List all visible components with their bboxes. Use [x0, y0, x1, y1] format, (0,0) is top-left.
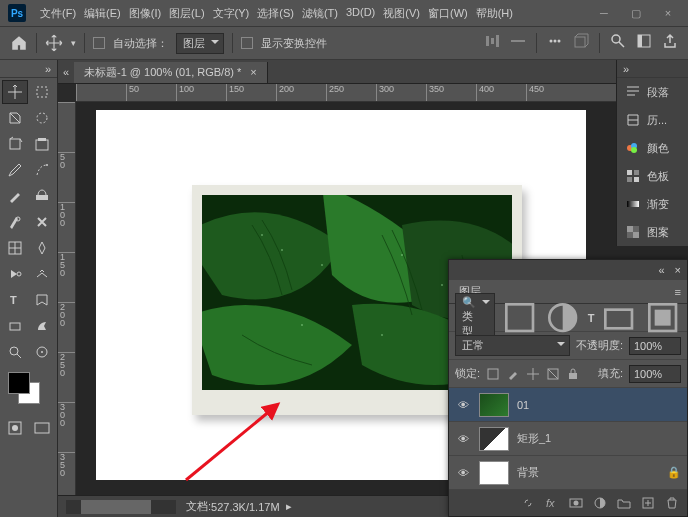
- fg-color[interactable]: [8, 372, 30, 394]
- history-brush-tool[interactable]: [2, 210, 28, 234]
- svg-rect-41: [627, 170, 632, 175]
- fill-input[interactable]: [629, 365, 681, 383]
- home-icon[interactable]: [10, 34, 28, 52]
- svg-rect-47: [627, 226, 633, 232]
- close-tab-icon[interactable]: ×: [250, 66, 256, 78]
- search-icon[interactable]: [610, 33, 626, 49]
- menu-帮助H[interactable]: 帮助(H): [474, 4, 515, 23]
- restore-button[interactable]: ▢: [624, 7, 648, 20]
- gradient-tool[interactable]: [2, 236, 28, 260]
- document-tab[interactable]: 未标题-1 @ 100% (01, RGB/8) * ×: [74, 62, 268, 83]
- show-transform-checkbox[interactable]: [241, 37, 253, 49]
- align-icon[interactable]: [484, 33, 500, 49]
- visibility-icon[interactable]: 👁: [455, 467, 471, 479]
- clone-tool[interactable]: [30, 184, 56, 208]
- menu-文字Y[interactable]: 文字(Y): [211, 4, 252, 23]
- status-chevron-icon[interactable]: ▸: [286, 500, 292, 513]
- rectangle-tool[interactable]: [2, 314, 28, 338]
- panel-close-icon[interactable]: ×: [675, 264, 681, 276]
- svg-point-16: [46, 164, 48, 166]
- menu-选择S[interactable]: 选择(S): [255, 4, 296, 23]
- menu-编辑E[interactable]: 编辑(E): [82, 4, 123, 23]
- panel-collapse-icon[interactable]: «: [658, 264, 664, 276]
- blend-mode-dropdown[interactable]: 正常: [455, 335, 570, 356]
- filter-pixel-icon[interactable]: [501, 299, 538, 336]
- color-swatches[interactable]: [4, 372, 53, 408]
- opacity-input[interactable]: [629, 337, 681, 355]
- collapse-icon[interactable]: »: [45, 63, 51, 75]
- collapse-right-icon[interactable]: »: [623, 63, 629, 75]
- menu-视图V[interactable]: 视图(V): [381, 4, 422, 23]
- screenmode-icon[interactable]: [30, 416, 56, 440]
- visibility-icon[interactable]: 👁: [455, 399, 471, 411]
- adjustment-icon[interactable]: [593, 496, 607, 510]
- panel-段落[interactable]: 段落: [617, 78, 688, 106]
- minimize-button[interactable]: ─: [592, 7, 616, 20]
- pen-tool[interactable]: [30, 262, 56, 286]
- move-tool[interactable]: [2, 80, 28, 104]
- crop-tool[interactable]: [2, 132, 28, 156]
- filter-smart-icon[interactable]: [644, 299, 681, 336]
- fx-icon[interactable]: fx: [545, 496, 559, 510]
- lock-paint-icon[interactable]: [506, 367, 520, 381]
- new-layer-icon[interactable]: [641, 496, 655, 510]
- lock-trans-icon[interactable]: [486, 367, 500, 381]
- menu-窗口W[interactable]: 窗口(W): [426, 4, 470, 23]
- ruler-horizontal: 50100150200250300350400450: [76, 84, 688, 102]
- panel-历...[interactable]: 历...: [617, 106, 688, 134]
- link-layers-icon[interactable]: [521, 496, 535, 510]
- brush-tool[interactable]: [2, 184, 28, 208]
- svg-rect-13: [10, 139, 20, 149]
- layer-背景[interactable]: 👁背景🔒: [449, 456, 687, 490]
- menu-文件F[interactable]: 文件(F): [38, 4, 78, 23]
- auto-select-checkbox[interactable]: [93, 37, 105, 49]
- close-button[interactable]: ×: [656, 7, 680, 20]
- filter-adjust-icon[interactable]: [544, 299, 581, 336]
- path-tool[interactable]: [30, 288, 56, 312]
- eraser-tool[interactable]: [30, 210, 56, 234]
- 3d-icon[interactable]: [573, 33, 589, 49]
- menu-3DD[interactable]: 3D(D): [344, 4, 377, 23]
- lock-all-icon[interactable]: [566, 367, 580, 381]
- blur-tool[interactable]: [30, 236, 56, 260]
- panel-渐变[interactable]: 渐变: [617, 190, 688, 218]
- lock-pos-icon[interactable]: [526, 367, 540, 381]
- menu-滤镜T[interactable]: 滤镜(T): [300, 4, 340, 23]
- panel-色板[interactable]: 色板: [617, 162, 688, 190]
- mask-icon[interactable]: [569, 496, 583, 510]
- collapse-doc-icon[interactable]: «: [58, 66, 74, 78]
- menu-图像I[interactable]: 图像(I): [127, 4, 163, 23]
- hand-tool[interactable]: [30, 314, 56, 338]
- dodge-tool[interactable]: [2, 262, 28, 286]
- svg-rect-10: [638, 35, 642, 47]
- layer-01[interactable]: 👁01: [449, 388, 687, 422]
- share-icon[interactable]: [662, 33, 678, 49]
- spot-heal-tool[interactable]: [30, 158, 56, 182]
- zoom-tool[interactable]: [2, 340, 28, 364]
- panel-颜色[interactable]: 颜色: [617, 134, 688, 162]
- align-icon-2[interactable]: [510, 33, 526, 49]
- layer-矩形_1[interactable]: 👁矩形_1: [449, 422, 687, 456]
- lasso-tool[interactable]: [2, 106, 28, 130]
- quickmask-icon[interactable]: [2, 416, 28, 440]
- filter-type-icon[interactable]: T: [588, 312, 595, 324]
- group-icon[interactable]: [617, 496, 631, 510]
- eyedropper-tool[interactable]: [2, 158, 28, 182]
- marquee-tool[interactable]: [30, 80, 56, 104]
- h-scrollbar[interactable]: [66, 500, 176, 514]
- panel-图案[interactable]: 图案: [617, 218, 688, 246]
- filter-shape-icon[interactable]: [600, 299, 637, 336]
- frame-tool[interactable]: [30, 132, 56, 156]
- move-tool-icon[interactable]: [45, 34, 63, 52]
- magic-wand-tool[interactable]: [30, 106, 56, 130]
- overflow-icon[interactable]: [547, 33, 563, 49]
- rotate-tool[interactable]: [30, 340, 56, 364]
- trash-icon[interactable]: [665, 496, 679, 510]
- auto-select-dropdown[interactable]: 图层: [176, 33, 224, 54]
- panel-menu-icon[interactable]: ≡: [669, 286, 687, 298]
- visibility-icon[interactable]: 👁: [455, 433, 471, 445]
- workspace-icon[interactable]: [636, 33, 652, 49]
- lock-artboard-icon[interactable]: [546, 367, 560, 381]
- menu-图层L[interactable]: 图层(L): [167, 4, 206, 23]
- type-tool[interactable]: T: [2, 288, 28, 312]
